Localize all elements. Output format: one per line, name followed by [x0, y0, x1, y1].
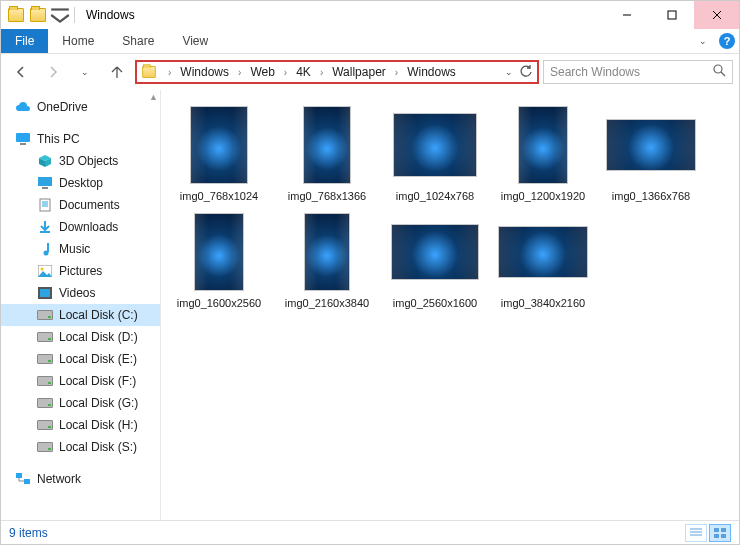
- maximize-button[interactable]: [649, 1, 694, 29]
- sidebar-item-local-disk-s-[interactable]: Local Disk (S:): [1, 436, 160, 458]
- search-input[interactable]: Search Windows: [543, 60, 733, 84]
- file-name: img0_3840x2160: [501, 297, 585, 310]
- sidebar-item-label: OneDrive: [37, 100, 88, 114]
- file-item[interactable]: img0_3840x2160: [495, 211, 591, 310]
- close-button[interactable]: [694, 1, 739, 29]
- refresh-button[interactable]: [519, 64, 533, 81]
- app-folder-icon: [5, 4, 27, 26]
- file-name: img0_1200x1920: [501, 190, 585, 203]
- title-bar: Windows: [1, 1, 739, 29]
- help-button[interactable]: ?: [715, 29, 739, 53]
- recent-locations-button[interactable]: ⌄: [71, 59, 99, 85]
- breadcrumb-segment[interactable]: 4K: [294, 65, 313, 79]
- qat-dropdown-icon[interactable]: [49, 4, 71, 26]
- chevron-right-icon[interactable]: ›: [279, 67, 292, 78]
- forward-button[interactable]: [39, 59, 67, 85]
- file-thumbnail: [495, 104, 591, 186]
- file-item[interactable]: img0_1024x768: [387, 104, 483, 203]
- sidebar-item-local-disk-f-[interactable]: Local Disk (F:): [1, 370, 160, 392]
- body: ▲ OneDrive This PC 3D ObjectsDesktopDocu…: [1, 90, 739, 520]
- wallpaper-image: [393, 113, 477, 177]
- cube-icon: [37, 153, 53, 169]
- window-controls: [604, 1, 739, 29]
- sidebar-item-label: Documents: [59, 198, 120, 212]
- scroll-up-icon[interactable]: ▲: [149, 92, 158, 102]
- sidebar-item-local-disk-g-[interactable]: Local Disk (G:): [1, 392, 160, 414]
- sidebar-item-music[interactable]: Music: [1, 238, 160, 260]
- status-item-count: 9 items: [9, 526, 48, 540]
- drive-icon: [37, 395, 53, 411]
- sidebar-item-3d-objects[interactable]: 3D Objects: [1, 150, 160, 172]
- network-icon: [15, 471, 31, 487]
- breadcrumb-segment[interactable]: Web: [248, 65, 276, 79]
- sidebar-item-documents[interactable]: Documents: [1, 194, 160, 216]
- svg-rect-26: [714, 528, 719, 532]
- tab-view[interactable]: View: [168, 29, 222, 53]
- sidebar-item-label: 3D Objects: [59, 154, 118, 168]
- file-name: img0_1600x2560: [177, 297, 261, 310]
- sidebar-item-label: Desktop: [59, 176, 103, 190]
- wallpaper-image: [606, 119, 696, 171]
- file-item[interactable]: img0_1200x1920: [495, 104, 591, 203]
- details-view-button[interactable]: [685, 524, 707, 542]
- sidebar-item-downloads[interactable]: Downloads: [1, 216, 160, 238]
- file-item[interactable]: img0_2160x3840: [279, 211, 375, 310]
- video-icon: [37, 285, 53, 301]
- back-button[interactable]: [7, 59, 35, 85]
- svg-point-16: [44, 251, 49, 256]
- sidebar-item-network[interactable]: Network: [1, 468, 160, 490]
- chevron-right-icon[interactable]: ›: [233, 67, 246, 78]
- thumbnails-view-button[interactable]: [709, 524, 731, 542]
- breadcrumb-segment[interactable]: Windows: [178, 65, 231, 79]
- pc-icon: [15, 131, 31, 147]
- tab-share[interactable]: Share: [108, 29, 168, 53]
- drive-icon: [37, 351, 53, 367]
- file-item[interactable]: img0_2560x1600: [387, 211, 483, 310]
- navigation-bar: ⌄ › Windows › Web › 4K › Wallpaper › Win…: [1, 54, 739, 90]
- file-tab[interactable]: File: [1, 29, 48, 53]
- sidebar-item-local-disk-d-[interactable]: Local Disk (D:): [1, 326, 160, 348]
- sidebar-item-videos[interactable]: Videos: [1, 282, 160, 304]
- sidebar-item-desktop[interactable]: Desktop: [1, 172, 160, 194]
- ribbon-expand-icon[interactable]: ⌄: [691, 29, 715, 53]
- address-bar[interactable]: › Windows › Web › 4K › Wallpaper › Windo…: [135, 60, 539, 84]
- svg-rect-29: [721, 534, 726, 538]
- file-thumbnail: [387, 211, 483, 293]
- sidebar-item-local-disk-h-[interactable]: Local Disk (H:): [1, 414, 160, 436]
- file-item[interactable]: img0_768x1366: [279, 104, 375, 203]
- address-dropdown-icon[interactable]: ⌄: [505, 67, 513, 77]
- search-placeholder: Search Windows: [550, 65, 640, 79]
- file-thumbnail: [603, 104, 699, 186]
- file-name: img0_768x1024: [180, 190, 258, 203]
- down-icon: [37, 219, 53, 235]
- file-list[interactable]: img0_768x1024img0_768x1366img0_1024x768i…: [161, 90, 739, 520]
- file-thumbnail: [387, 104, 483, 186]
- navigation-pane[interactable]: ▲ OneDrive This PC 3D ObjectsDesktopDocu…: [1, 90, 161, 520]
- qat-folder-icon[interactable]: [27, 4, 49, 26]
- sidebar-item-label: Downloads: [59, 220, 118, 234]
- tab-home[interactable]: Home: [48, 29, 108, 53]
- breadcrumb-segment[interactable]: Wallpaper: [330, 65, 388, 79]
- up-button[interactable]: [103, 59, 131, 85]
- sidebar-item-local-disk-c-[interactable]: Local Disk (C:): [1, 304, 160, 326]
- file-item[interactable]: img0_1366x768: [603, 104, 699, 203]
- sidebar-item-thispc[interactable]: This PC: [1, 128, 160, 150]
- file-item[interactable]: img0_1600x2560: [171, 211, 267, 310]
- wallpaper-image: [194, 213, 244, 291]
- sidebar-item-label: Local Disk (S:): [59, 440, 137, 454]
- sidebar-item-pictures[interactable]: Pictures: [1, 260, 160, 282]
- chevron-right-icon[interactable]: ›: [315, 67, 328, 78]
- minimize-button[interactable]: [604, 1, 649, 29]
- doc-icon: [37, 197, 53, 213]
- chevron-right-icon[interactable]: ›: [163, 67, 176, 78]
- drive-icon: [37, 439, 53, 455]
- svg-point-5: [714, 65, 722, 73]
- sidebar-item-local-disk-e-[interactable]: Local Disk (E:): [1, 348, 160, 370]
- sidebar-item-onedrive[interactable]: OneDrive: [1, 96, 160, 118]
- chevron-right-icon[interactable]: ›: [390, 67, 403, 78]
- sidebar-item-label: Local Disk (C:): [59, 308, 138, 322]
- breadcrumb-segment[interactable]: Windows: [405, 65, 458, 79]
- file-thumbnail: [279, 211, 375, 293]
- file-item[interactable]: img0_768x1024: [171, 104, 267, 203]
- sidebar-item-label: Local Disk (G:): [59, 396, 138, 410]
